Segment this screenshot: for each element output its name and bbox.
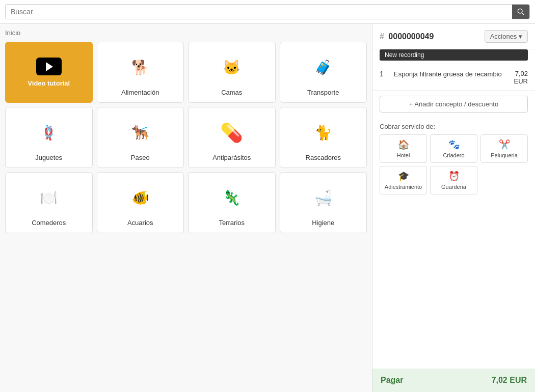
service-peluqueria-button[interactable]: ✂️ Peluqueria [480, 134, 528, 163]
new-recording-badge: New recording [380, 49, 528, 61]
rascadores-label: Rascadores [306, 154, 341, 161]
category-transporte[interactable]: 🧳 Transporte [280, 42, 367, 103]
category-antiparasitos[interactable]: 💊 Antiparásitos [188, 107, 276, 168]
paseo-icon: 🐕‍🦺 [117, 114, 163, 152]
category-alimentacion[interactable]: 🐕 Alimentación [97, 42, 184, 103]
svg-line-1 [522, 13, 524, 15]
comederos-label: Comederos [32, 219, 66, 227]
search-button[interactable] [512, 5, 529, 19]
right-panel: # 0000000049 Acciones ▾ New recording 1 … [372, 24, 535, 392]
category-video-tutorial[interactable]: Video tutorial [5, 42, 93, 103]
transporte-label: Transporte [307, 89, 339, 96]
order-spacer [372, 198, 535, 369]
order-item: 1 Esponja filtrante gruesa de recambio 7… [372, 65, 535, 91]
top-bar [0, 0, 535, 24]
svg-point-0 [518, 9, 522, 13]
peluqueria-label: Peluqueria [491, 152, 518, 158]
search-icon [517, 8, 524, 15]
juguetes-icon: 🪢 [26, 114, 72, 152]
scissors-icon: ✂️ [499, 139, 510, 150]
item-name: Esponja filtrante gruesa de recambio [394, 70, 509, 79]
camas-icon: 🐱 [209, 48, 255, 87]
service-guarderia-button[interactable]: ⏰ Guarderia [430, 166, 477, 194]
acciones-button[interactable]: Acciones ▾ [485, 30, 528, 43]
terrarios-label: Terrarios [219, 219, 245, 227]
search-box [5, 4, 530, 19]
pay-amount: 7,02 EUR [492, 376, 527, 385]
order-header: # 0000000049 Acciones ▾ [372, 24, 535, 49]
category-paseo[interactable]: 🐕‍🦺 Paseo [97, 107, 184, 168]
clock-icon: ⏰ [448, 171, 460, 182]
acuarios-label: Acuarios [127, 219, 153, 227]
item-quantity: 1 [380, 70, 389, 78]
antiparasitos-label: Antiparásitos [212, 154, 251, 161]
pay-label: Pagar [381, 376, 403, 385]
category-acuarios[interactable]: 🐠 Acuarios [97, 172, 184, 233]
category-juguetes[interactable]: 🪢 Juguetes [5, 107, 93, 168]
hotel-label: Hotel [397, 152, 410, 158]
category-comederos[interactable]: 🍽️ Comederos [5, 172, 93, 233]
adiestramiento-label: Adiestramiento [385, 184, 422, 190]
service-grid-row1: 🏠 Hotel 🐾 Criadero ✂️ Peluqueria [372, 134, 535, 166]
item-price: 7,02EUR [514, 70, 528, 85]
order-number: # 0000000049 [380, 32, 434, 41]
acuarios-icon: 🐠 [117, 179, 163, 217]
service-grid-row2: 🎓 Adiestramiento ⏰ Guarderia [372, 166, 535, 198]
service-hotel-button[interactable]: 🏠 Hotel [380, 134, 427, 163]
graduation-icon: 🎓 [398, 171, 409, 182]
service-criadero-button[interactable]: 🐾 Criadero [430, 134, 477, 163]
juguetes-label: Juguetes [35, 154, 62, 161]
alimentacion-icon: 🐕 [117, 48, 163, 87]
breadcrumb: Inicio [5, 29, 367, 37]
add-concept-button[interactable]: + Añadir concepto / descuento [380, 96, 528, 113]
criadero-label: Criadero [443, 152, 464, 158]
higiene-icon: 🛁 [300, 179, 346, 217]
service-adiestramiento-button[interactable]: 🎓 Adiestramiento [380, 166, 427, 194]
left-panel: Inicio Video tutorial 🐕 Alimentación 🐱 C… [0, 24, 372, 392]
paseo-label: Paseo [131, 154, 150, 161]
antiparasitos-icon: 💊 [209, 114, 255, 152]
pay-footer: Pagar 7,02 EUR [372, 369, 535, 392]
camas-label: Camas [221, 89, 242, 96]
play-icon [36, 58, 62, 75]
alimentacion-label: Alimentación [121, 89, 159, 96]
category-higiene[interactable]: 🛁 Higiene [280, 172, 367, 233]
hash-symbol: # [380, 32, 384, 41]
video-tutorial-label: Video tutorial [28, 79, 70, 87]
comederos-icon: 🍽️ [26, 179, 72, 217]
higiene-label: Higiene [312, 219, 334, 227]
order-number-value: 0000000049 [388, 32, 434, 41]
guarderia-label: Guarderia [441, 184, 466, 190]
rascadores-icon: 🐈 [300, 114, 346, 152]
order-actions: + Añadir concepto / descuento [372, 91, 535, 118]
main-area: Inicio Video tutorial 🐕 Alimentación 🐱 C… [0, 24, 535, 392]
criadero-icon: 🐾 [448, 139, 460, 150]
search-input[interactable] [6, 5, 512, 19]
category-terrarios[interactable]: 🦎 Terrarios [188, 172, 276, 233]
terrarios-icon: 🦎 [209, 179, 255, 217]
hotel-icon: 🏠 [398, 139, 409, 150]
category-rascadores[interactable]: 🐈 Rascadores [280, 107, 367, 168]
category-camas[interactable]: 🐱 Camas [188, 42, 276, 103]
category-grid: Video tutorial 🐕 Alimentación 🐱 Camas 🧳 … [5, 42, 367, 233]
cobrar-label: Cobrar servicio de: [372, 123, 535, 130]
transporte-icon: 🧳 [300, 48, 346, 87]
